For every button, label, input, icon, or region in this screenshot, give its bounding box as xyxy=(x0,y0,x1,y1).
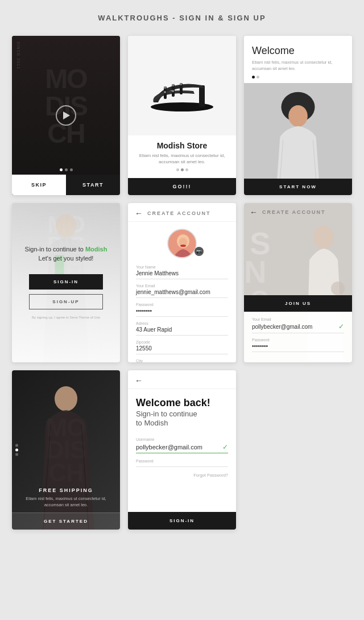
svg-point-5 xyxy=(164,86,166,89)
screen-create-account-alt: S N O P ← CREATE ACCOUNT JOIN US Your Em… xyxy=(244,203,352,362)
shipping-description: Etiam nisl felis, maximus ut consectetur… xyxy=(12,495,120,509)
city-label: City xyxy=(136,359,228,362)
name-value[interactable]: Jennie Matthews xyxy=(136,270,228,276)
start-button[interactable]: START xyxy=(66,175,120,195)
screen-free-shipping: MODISCH FREE SHIPPING Etiam nisl felis, … xyxy=(12,370,120,530)
store-description: Etiam nisl felis, maximus ut consectetur… xyxy=(136,152,228,165)
subtitle-line3: to Modish xyxy=(136,419,168,427)
signin-button[interactable]: SIGN-IN xyxy=(29,274,103,290)
shipping-label: FREE SHIPPING xyxy=(12,487,120,493)
dot-2 xyxy=(65,168,68,171)
welcome-title: Welcome xyxy=(252,45,344,57)
welcome-cta-button[interactable]: START NOW xyxy=(244,179,352,195)
svg-point-6 xyxy=(172,84,174,86)
zipcode-value[interactable]: 12550 xyxy=(136,345,228,352)
screen-welcome: Welcome Etiam nisl felis, maximus ut con… xyxy=(244,36,352,195)
password-input[interactable] xyxy=(136,465,228,467)
create-account-title: CREATE ACCOUNT xyxy=(147,210,211,216)
shipping-content: FREE SHIPPING Etiam nisl felis, maximus … xyxy=(12,487,120,530)
name-label: Your Name xyxy=(136,265,228,269)
svg-point-19 xyxy=(180,245,186,247)
page-title: WALKTROUGHS - SIGN IN & SIGN UP xyxy=(98,14,266,22)
screen-store: Modish Store Etiam nisl felis, maximus u… xyxy=(128,36,236,195)
email-value[interactable]: pollybecker@gmail.com xyxy=(252,324,312,330)
join-us-button[interactable]: JOIN US xyxy=(244,295,352,312)
address-field: Adress 43 Auer Rapid xyxy=(136,321,228,336)
store-cta-button[interactable]: GO!!! xyxy=(128,178,236,195)
dot-1 xyxy=(176,168,179,171)
signin-content: Sign-in to continue to ModishLet's get y… xyxy=(12,203,120,362)
dots-indicator xyxy=(136,168,228,171)
password-field: Password xyxy=(136,459,228,467)
email-label: Your Email xyxy=(136,284,228,288)
email-field: Your Email jennie_matthews@gmail.com xyxy=(136,284,228,298)
svg-point-28 xyxy=(55,386,77,411)
name-field: Your Name Jennie Matthews xyxy=(136,265,228,279)
zipcode-label: Zipcode xyxy=(136,340,228,344)
tagline-prefix: Sign-in to continue to xyxy=(25,246,85,253)
svg-point-12 xyxy=(288,105,308,126)
dots-indicator xyxy=(12,168,120,171)
welcome-back-subtitle: Sign-in to continue to Modish xyxy=(136,410,228,429)
username-field: Username pollybecker@gmail.com ✓ xyxy=(136,437,228,453)
dot-3 xyxy=(185,168,188,171)
shoe-image xyxy=(142,57,222,114)
avatar[interactable] xyxy=(167,229,197,258)
welcome-back-title: Welcome back! xyxy=(136,397,228,410)
store-name: Modish Store xyxy=(136,141,228,150)
subtitle-line2: Sign-in to continue xyxy=(136,410,197,418)
dot-3 xyxy=(70,168,73,171)
welcome-back-content: Welcome back! Sign-in to continue to Mod… xyxy=(128,389,236,512)
check-icon: ✓ xyxy=(222,443,228,451)
store-info: Modish Store Etiam nisl felis, maximus u… xyxy=(128,135,236,178)
city-field: City New York xyxy=(136,359,228,362)
dot-2 xyxy=(181,168,184,171)
username-input[interactable]: pollybecker@gmail.com ✓ xyxy=(136,443,228,453)
play-button[interactable] xyxy=(56,105,76,126)
welcome-description: Etiam nisl felis, maximus ut consectetur… xyxy=(252,59,344,72)
password-value[interactable]: •••••••• xyxy=(136,308,228,314)
form-fields: Your Name Jennie Matthews Your Email jen… xyxy=(128,263,236,362)
svg-rect-1 xyxy=(199,85,205,107)
email-value[interactable]: jennie_matthews@gmail.com xyxy=(136,289,228,295)
signin-bottom-button[interactable]: SIGN-IN xyxy=(128,512,236,530)
create-account-header: ← CREATE ACCOUNT xyxy=(244,203,352,221)
address-value[interactable]: 43 Auer Rapid xyxy=(136,326,228,333)
email-field: Your Email pollybecker@gmail.com ✓ xyxy=(252,317,344,333)
skip-button[interactable]: SKIP xyxy=(12,175,66,195)
svg-point-7 xyxy=(180,83,182,85)
password-label: Password xyxy=(136,303,228,307)
dot-1 xyxy=(15,444,18,447)
avatar-area: 📷 xyxy=(128,222,236,263)
check-icon: ✓ xyxy=(338,323,344,330)
address-label: Adress xyxy=(136,321,228,325)
brand-name-green: Modish xyxy=(85,246,107,253)
welcome-image xyxy=(244,83,352,179)
forgot-password-link[interactable]: Forgot Password? xyxy=(136,473,228,478)
dot-1 xyxy=(60,168,63,171)
back-button[interactable]: ← xyxy=(135,376,143,385)
back-button[interactable]: ← xyxy=(135,209,143,218)
side-dots xyxy=(15,444,18,456)
camera-badge[interactable]: 📷 xyxy=(195,247,204,256)
signin-tagline: Sign-in to continue to ModishLet's get y… xyxy=(25,245,107,263)
terms-text: By signing up, I agree to Store Theme of… xyxy=(32,315,100,320)
back-button[interactable]: ← xyxy=(250,208,258,217)
dot-3 xyxy=(15,453,18,456)
splash-footer: SKIP START xyxy=(12,175,120,195)
zipcode-field: Zipcode 12550 xyxy=(136,340,228,354)
welcome-back-header: ← xyxy=(128,370,236,389)
screen-signin-prompt: MODISCH Sign-in to continue to ModishLet… xyxy=(12,203,120,362)
create-account-title: CREATE ACCOUNT xyxy=(262,209,326,215)
email-label: Your Email xyxy=(252,317,344,321)
create-account-header: ← CREATE ACCOUNT xyxy=(128,203,236,222)
password-label: Password xyxy=(136,459,228,463)
username-value: pollybecker@gmail.com xyxy=(136,444,222,450)
dot-2 xyxy=(257,76,259,78)
get-started-button[interactable]: GET STARTED xyxy=(12,512,120,530)
welcome-top: Welcome Etiam nisl felis, maximus ut con… xyxy=(244,36,352,83)
password-value[interactable]: •••••••• xyxy=(252,343,344,349)
signup-button[interactable]: SIGN-UP xyxy=(29,294,103,309)
product-image-area xyxy=(128,36,236,135)
play-icon xyxy=(63,111,70,119)
